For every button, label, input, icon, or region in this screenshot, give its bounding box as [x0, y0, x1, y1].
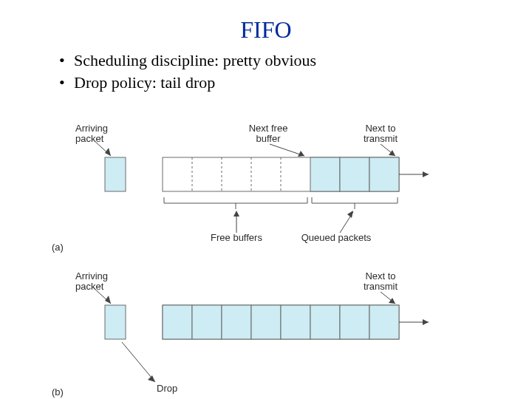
subfig-a: (a): [52, 242, 64, 253]
svg-marker-11: [389, 150, 395, 156]
svg-marker-13: [233, 211, 239, 216]
svg-marker-27: [423, 319, 429, 325]
svg-rect-20: [222, 305, 251, 339]
svg-rect-21: [251, 305, 281, 339]
svg-rect-15: [105, 305, 126, 339]
diagram-a-svg: [81, 123, 466, 249]
svg-rect-24: [340, 305, 369, 339]
label-drop: Drop: [157, 383, 186, 394]
svg-marker-16: [105, 296, 111, 304]
svg-rect-22: [281, 305, 310, 339]
label-queued-packets: Queued packets: [292, 233, 381, 243]
svg-marker-28: [148, 375, 155, 382]
svg-marker-1: [105, 148, 111, 156]
svg-marker-26: [389, 298, 395, 304]
svg-rect-7: [310, 157, 340, 191]
svg-rect-25: [369, 305, 399, 339]
subfig-b: (b): [52, 386, 64, 398]
svg-rect-0: [105, 157, 126, 191]
svg-rect-9: [369, 157, 399, 191]
page-title: FIFO: [0, 16, 532, 44]
svg-marker-12: [423, 171, 429, 177]
bullet-list: Scheduling discipline: pretty obvious Dr…: [30, 50, 532, 93]
svg-rect-19: [192, 305, 222, 339]
svg-rect-23: [310, 305, 340, 339]
svg-rect-18: [163, 305, 192, 339]
slide: FIFO Scheduling discipline: pretty obvio…: [0, 16, 532, 399]
bullet-item: Drop policy: tail drop: [59, 72, 532, 94]
diagram-b-svg: [81, 271, 466, 399]
label-free-buffers: Free buffers: [203, 233, 270, 243]
svg-rect-8: [340, 157, 369, 191]
bullet-item: Scheduling discipline: pretty obvious: [59, 50, 532, 72]
